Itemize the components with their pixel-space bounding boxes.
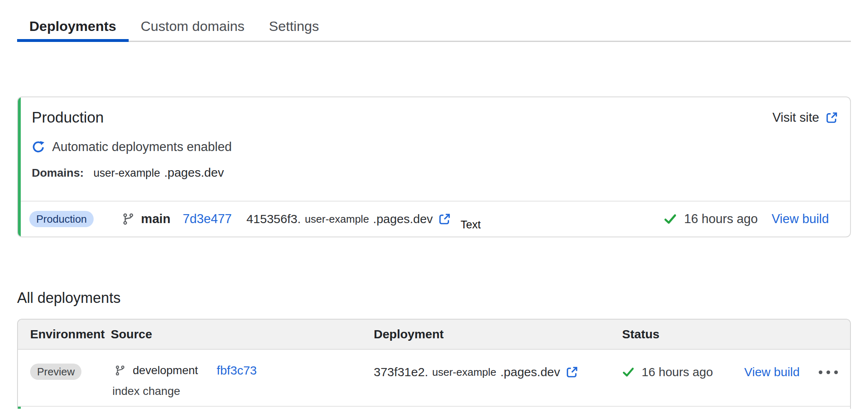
column-header-deployment: Deployment: [374, 327, 622, 341]
table-row: Preview development fbf3c73 index change: [18, 350, 850, 407]
external-link-icon[interactable]: [566, 366, 578, 378]
production-green-stripe: [18, 407, 21, 409]
external-link-icon[interactable]: [438, 213, 451, 225]
tab-bar: Deployments Custom domains Settings: [17, 0, 851, 42]
visit-site-link[interactable]: Visit site: [772, 110, 838, 125]
deployment-url-prefix: 415356f3.: [246, 212, 300, 226]
deployment-url-name: user-example: [432, 366, 496, 379]
view-build-link[interactable]: View build: [744, 365, 800, 379]
deploy-time: 16 hours ago: [684, 212, 758, 226]
next-row-partial: [18, 407, 850, 409]
domains-label: Domains:: [32, 167, 84, 180]
commit-hash-link[interactable]: fbf3c73: [217, 364, 256, 377]
all-deployments-heading: All deployments: [17, 289, 851, 307]
column-header-status: Status: [622, 327, 744, 341]
deployment-url-prefix: 373f31e2.: [374, 365, 428, 379]
commit-hash-link[interactable]: 7d3e477: [183, 212, 232, 226]
visit-site-label: Visit site: [772, 110, 819, 125]
deployment-url: 415356f3. user-example .pages.dev: [246, 212, 451, 226]
deployment-url: 373f31e2. user-example .pages.dev: [374, 365, 622, 379]
text-annotation: Text: [460, 219, 481, 231]
environment-badge: Production: [29, 211, 94, 227]
environment-badge: Preview: [30, 364, 81, 380]
success-check-icon: [664, 213, 677, 226]
domain-suffix: .pages.dev: [164, 166, 224, 180]
git-branch-icon: [115, 365, 125, 376]
external-link-icon: [826, 112, 838, 124]
production-green-stripe: [18, 97, 21, 237]
production-deployment-row: Production main 7d3e477 415356f3. user-e…: [18, 201, 850, 237]
production-card: Production Visit site Automatic deployme…: [17, 96, 851, 237]
branch-name: main: [141, 212, 170, 226]
git-branch-icon: [122, 213, 134, 225]
deployment-url-suffix: .pages.dev: [500, 365, 560, 379]
tab-deployments[interactable]: Deployments: [17, 11, 129, 41]
auto-deploy-text: Automatic deployments enabled: [52, 139, 232, 155]
tab-settings[interactable]: Settings: [257, 11, 331, 41]
table-header-row: Environment Source Deployment Status: [18, 320, 850, 350]
column-header-source: Source: [111, 327, 374, 341]
branch-name: development: [133, 364, 198, 377]
deployment-url-suffix: .pages.dev: [373, 212, 433, 226]
refresh-icon: [32, 140, 45, 153]
tab-custom-domains[interactable]: Custom domains: [129, 11, 257, 41]
success-check-icon: [622, 366, 634, 378]
deployments-table: Environment Source Deployment Status Pre…: [17, 319, 851, 409]
deploy-time: 16 hours ago: [642, 365, 713, 379]
column-header-environment: Environment: [30, 327, 111, 341]
row-options-menu-button[interactable]: [819, 368, 838, 377]
commit-message: index change: [112, 385, 374, 398]
view-build-link[interactable]: View build: [772, 212, 829, 226]
production-card-title: Production: [32, 108, 104, 127]
domain-name: user-example: [94, 167, 160, 180]
deployment-url-name: user-example: [305, 213, 369, 226]
